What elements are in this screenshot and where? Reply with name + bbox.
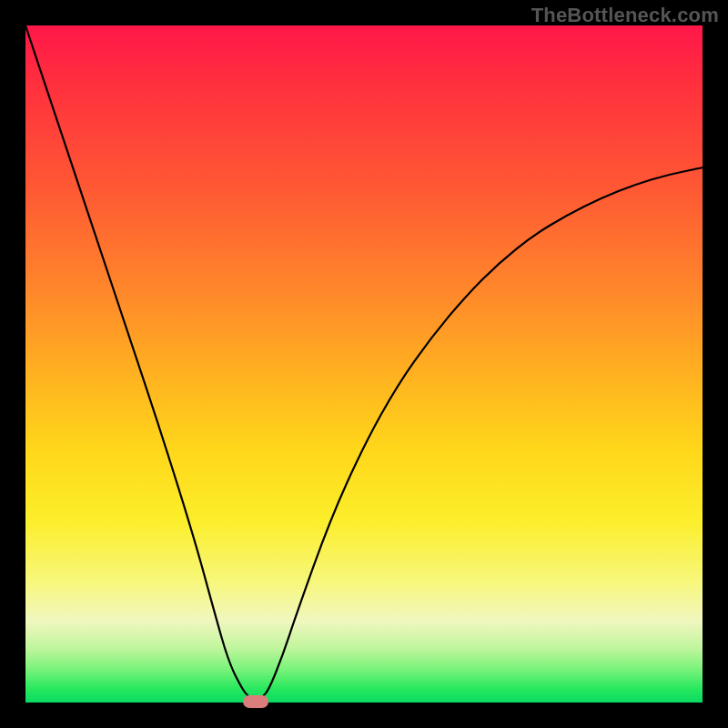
bottleneck-marker [243,695,268,708]
plot-area [25,25,703,703]
chart-frame: TheBottleneck.com [0,0,728,728]
bottleneck-curve-path [25,25,703,702]
curve-layer [25,25,703,703]
watermark-text: TheBottleneck.com [531,4,719,27]
